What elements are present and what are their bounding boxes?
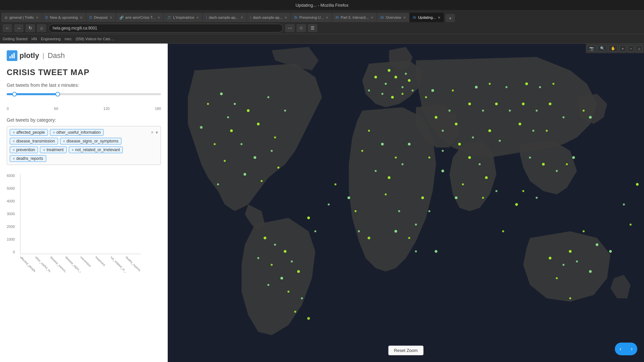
extensions-button[interactable]: ⋯ [285,24,294,32]
svg-point-9 [267,96,269,98]
refresh-button[interactable]: ↻ [25,24,35,32]
svg-point-16 [254,156,256,159]
tab-close-trello[interactable]: ✕ [36,16,39,19]
tab-close-crisis[interactable]: ✕ [157,16,160,19]
map-tool-zoom[interactable]: 🔍 [598,45,607,52]
tag-x-notrel[interactable]: × [72,148,74,152]
tag-x-trans[interactable]: × [13,139,15,143]
bookmark-engineering[interactable]: Engineering [41,37,61,41]
bookmark-button[interactable]: ☆ [297,24,306,32]
svg-point-81 [589,270,592,273]
svg-point-124 [489,83,491,85]
tick-60: 60 [54,107,58,111]
tag-x-other[interactable]: × [53,130,55,134]
tag-x-prev[interactable]: × [13,148,15,152]
map-tool-zoomout[interactable]: − [628,45,634,52]
svg-point-128 [552,83,554,85]
svg-point-82 [264,237,266,239]
slider-container: Get tweets from the last x minutes: 0 60… [7,82,161,111]
tab-close-imp[interactable]: ✕ [196,16,199,19]
tab-close-dash1[interactable]: ✕ [240,16,243,19]
bookmark-getting-started[interactable]: Getting Started [3,37,28,41]
map-tool-pan[interactable]: ✋ [608,45,618,52]
tab-close-dash2[interactable]: ✕ [284,16,287,19]
tag-other-useful[interactable]: × other_useful_information [50,129,104,136]
bookmarks-bar: Getting Started HN Engineering mec (558)… [0,34,644,44]
tab-overview[interactable]: iN Overview ✕ [377,13,409,22]
main-content: plotly | Dash CRISIS TWEET MAP Get tweet… [0,44,644,362]
tags-clear-button[interactable]: × [151,130,154,135]
tab-part5[interactable]: iN Part 5. Interacti... ✕ [332,13,377,22]
tab-close-part5[interactable]: ✕ [371,16,373,19]
tab-close-overview[interactable]: ✕ [403,16,406,19]
svg-point-110 [462,183,464,185]
tab-dash2[interactable]: i dash-sample-ap... ✕ [247,13,290,22]
tab-preserving[interactable]: iN Preserving U... ✕ [291,13,332,22]
svg-point-129 [415,250,417,252]
tab-close-updating[interactable]: ✕ [438,16,440,19]
sidebar: plotly | Dash CRISIS TWEET MAP Get tweet… [0,44,168,362]
svg-point-94 [355,210,357,212]
svg-point-114 [515,203,518,206]
tag-disease-transmission[interactable]: × disease_transmission [10,138,58,144]
bookmark-hn[interactable]: HN [32,37,37,41]
tab-close-new[interactable]: ✕ [80,16,83,19]
tab-imperatrice[interactable]: 🎵 L'Impératrice ✕ [164,13,202,22]
new-tab-button[interactable]: + [445,14,455,22]
map-tool-zoomin[interactable]: + [619,45,626,52]
bookmark-videos[interactable]: (558) Videos for Cats ... [75,37,114,41]
svg-point-79 [576,260,578,262]
y-label-1000: 1000 [7,237,15,241]
tab-close-pres[interactable]: ✕ [326,16,328,19]
tab-close-devpost[interactable]: ✕ [110,16,112,19]
tab-crisis[interactable]: 🔗 amr-amr/Crisis T... ✕ [116,13,164,22]
tag-x-deaths[interactable]: × [13,157,15,161]
reset-zoom-button[interactable]: Reset Zoom [388,346,424,355]
y-label-4000: 4000 [7,199,15,203]
svg-point-67 [479,163,481,165]
svg-point-45 [385,193,387,195]
svg-point-39 [395,157,397,159]
home-button[interactable]: ⌂ [37,24,46,32]
svg-point-38 [381,143,384,145]
svg-point-111 [455,196,458,199]
map-tool-reset[interactable]: ⌂ [636,45,643,52]
tab-updating[interactable]: iN Updating... ✕ [410,13,444,22]
tag-treatment[interactable]: × treatment [40,146,66,153]
back-button[interactable]: ← [3,24,12,32]
tick-180: 180 [155,107,161,111]
tag-prevention[interactable]: × prevention [10,146,38,153]
tag-x-affected[interactable]: × [13,130,15,134]
address-bar[interactable]: hela.geog.mcgill.ca:9001 [48,24,283,33]
tag-x-treat[interactable]: × [43,148,45,152]
svg-point-134 [294,311,296,313]
nav-prev-button[interactable]: ‹ [615,343,626,355]
svg-point-89 [267,284,269,286]
svg-point-92 [334,183,336,185]
svg-point-20 [261,180,263,182]
tab-trello[interactable]: ⊞ general | Trello ✕ [1,13,42,22]
tab-new-upcoming[interactable]: D New & upcoming ✕ [42,13,86,22]
svg-point-132 [583,230,585,232]
svg-point-25 [374,76,377,78]
map-area[interactable]: 📷 🔍 ✋ + − ⌂ [168,44,644,362]
svg-point-120 [425,96,427,98]
y-label-6000: 6000 [7,174,15,178]
tags-dropdown-button[interactable]: ▾ [156,130,158,135]
forward-button[interactable]: → [14,24,23,32]
menu-button[interactable]: ☰ [308,24,317,32]
map-tool-camera[interactable]: 📷 [587,45,596,52]
tag-x-signs[interactable]: × [63,139,65,143]
svg-point-53 [495,103,498,105]
tag-label-prev: prevention [16,147,35,152]
tag-affected-people[interactable]: × affected_people [10,129,48,136]
svg-point-57 [549,103,551,105]
bookmark-mec[interactable]: mec [65,37,72,41]
tag-not-related[interactable]: × not_related_or_irrelevant [69,146,123,153]
svg-point-75 [589,116,592,119]
tab-dash1[interactable]: i dash-sample-ap... ✕ [203,13,246,22]
tag-deaths[interactable]: × deaths_reports [10,155,46,162]
tab-devpost[interactable]: D Devpost ✕ [86,13,116,22]
tag-disease-signs[interactable]: × disease_signs_or_symptoms [60,138,121,144]
svg-point-127 [539,86,541,88]
